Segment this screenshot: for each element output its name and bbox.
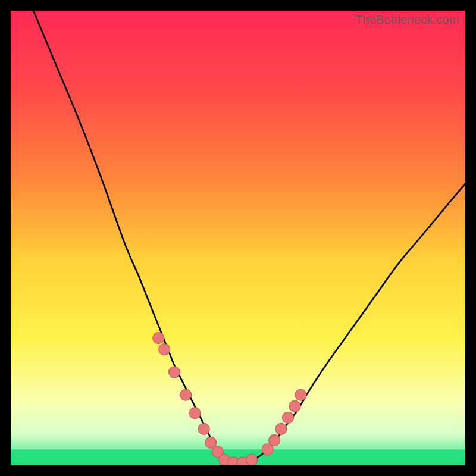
marker-dot xyxy=(189,408,201,419)
plot-area xyxy=(11,11,465,465)
marker-dot xyxy=(168,367,180,378)
marker-dot xyxy=(198,423,209,434)
marker-dot xyxy=(275,423,287,434)
chart-frame: TheBottleneck.com xyxy=(0,0,476,476)
marker-dot xyxy=(153,333,164,344)
marker-dot xyxy=(282,412,293,423)
bottleneck-curve xyxy=(33,11,465,464)
marker-dot xyxy=(159,344,170,355)
marker-dot xyxy=(269,434,280,446)
watermark-text: TheBottleneck.com xyxy=(355,13,459,27)
highlighted-points xyxy=(153,333,306,465)
marker-dot xyxy=(180,389,192,400)
marker-dot xyxy=(246,454,257,465)
marker-dot xyxy=(289,400,300,412)
marker-dot xyxy=(295,389,306,400)
curve-layer xyxy=(11,11,465,465)
